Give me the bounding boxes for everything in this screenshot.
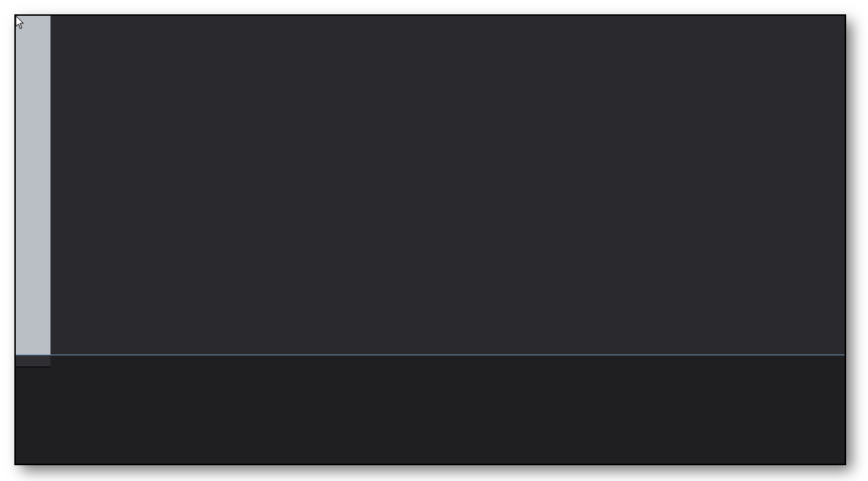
note-grid-area[interactable] <box>16 16 845 355</box>
velocity-body[interactable] <box>50 356 845 464</box>
piano-keyboard[interactable] <box>16 16 50 355</box>
velocity-header <box>16 356 50 367</box>
note-grid[interactable] <box>50 16 845 355</box>
velocity-lane[interactable] <box>16 356 845 464</box>
lane-separator[interactable] <box>16 355 845 355</box>
piano-roll-window <box>15 15 845 464</box>
